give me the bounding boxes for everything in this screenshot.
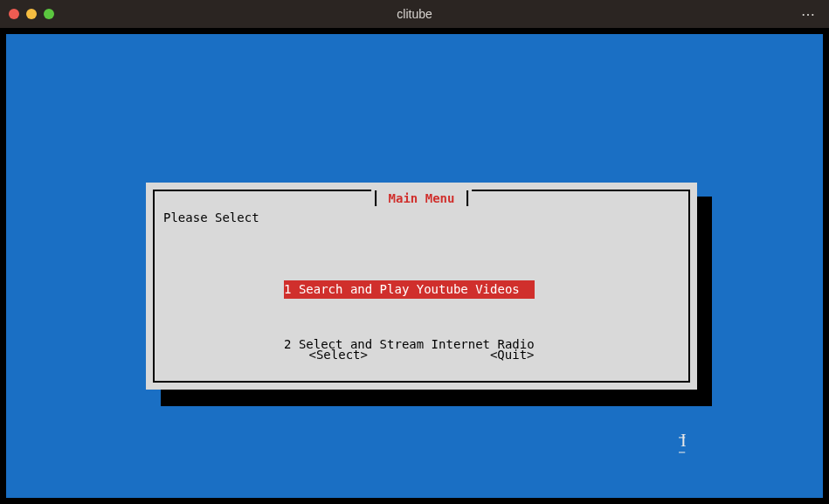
terminal-area: Main Menu Please Select 1 Search and Pla…: [0, 28, 829, 504]
dialog-title: Main Menu: [385, 190, 459, 207]
dialog-title-box: Main Menu: [371, 190, 473, 207]
terminal-background: Main Menu Please Select 1 Search and Pla…: [6, 34, 823, 498]
text-cursor-icon-base: ⎯: [679, 441, 685, 454]
menu-item-1[interactable]: 1 Search and Play Youtube Videos: [284, 280, 535, 299]
window-controls: [9, 9, 54, 19]
text-cursor-icon-cap: ⎯: [679, 426, 685, 439]
quit-button[interactable]: <Quit>: [490, 348, 535, 362]
dialog-border: Main Menu Please Select 1 Search and Pla…: [153, 190, 690, 383]
dialog-buttons: <Select> <Quit>: [155, 348, 688, 362]
dialog-prompt: Please Select: [163, 211, 259, 224]
select-button[interactable]: <Select>: [308, 348, 367, 362]
window-title: clitube: [397, 7, 432, 21]
window-menu-button[interactable]: ⋯: [801, 6, 820, 23]
close-window-button[interactable]: [9, 9, 19, 19]
menu-items-list: 1 Search and Play Youtube Videos 2 Selec…: [284, 244, 535, 445]
menu-item-3[interactable]: 3 Play Local Files from Directory: [284, 390, 535, 409]
main-menu-dialog: Main Menu Please Select 1 Search and Pla…: [146, 183, 697, 390]
title-bracket-right: [466, 190, 468, 206]
maximize-window-button[interactable]: [44, 9, 54, 19]
title-bracket-left: [375, 190, 377, 206]
minimize-window-button[interactable]: [26, 9, 37, 19]
window-titlebar: clitube ⋯: [0, 0, 829, 28]
